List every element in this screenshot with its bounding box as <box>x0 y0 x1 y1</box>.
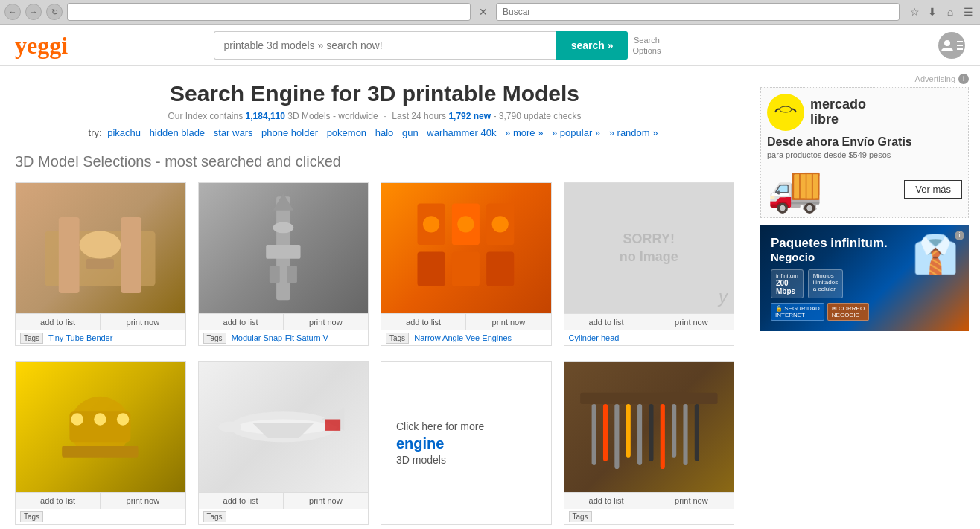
model-actions-5: add to list print now <box>16 492 185 509</box>
ad-info-icon[interactable]: i <box>958 74 969 84</box>
svg-rect-13 <box>287 266 297 283</box>
svg-rect-43 <box>661 404 665 469</box>
model-name-3[interactable]: Narrow Angle Vee Engines <box>414 333 512 342</box>
model-tag-6[interactable]: Tags <box>203 511 226 522</box>
try-link-gun[interactable]: gun <box>402 127 419 138</box>
try-link-star-wars[interactable]: star wars <box>214 127 253 138</box>
infinitum-content: Paquetes infinitum. Negocio infinitum 20… <box>771 236 958 321</box>
model-image-4: SORRY!no Image y <box>564 183 734 313</box>
model-actions-2: add to list print now <box>199 313 369 330</box>
no-image-text: SORRY!no Image <box>620 231 678 266</box>
infinitum-badges: 🔒 SEGURIDADINTERNET ✉ CORREONEGOCIO <box>771 303 888 321</box>
model-actions-8: add to list print now <box>564 492 734 509</box>
home-icon[interactable]: ⌂ <box>943 4 958 19</box>
print-now-btn-8[interactable]: print now <box>649 493 734 509</box>
main-search-input[interactable] <box>214 31 556 60</box>
print-now-btn-5[interactable]: print now <box>101 493 185 509</box>
model-name-1[interactable]: Tiny Tube Bender <box>48 333 112 342</box>
model-actions-3: add to list print now <box>381 313 551 330</box>
package-1: infinitum 200Mbps <box>771 269 804 298</box>
svg-rect-29 <box>63 446 139 457</box>
try-link-halo[interactable]: halo <box>375 127 394 138</box>
try-link-phone-holder[interactable]: phone holder <box>261 127 318 138</box>
advertising-text: Advertising <box>915 74 955 83</box>
try-link-pokemon[interactable]: pokemon <box>327 127 366 138</box>
sidebar: Advertising i mercadolibre Desde ahora E… <box>749 66 980 529</box>
model-card-5: add to list print now Tags <box>15 361 186 525</box>
model-tag-8[interactable]: Tags <box>569 511 592 522</box>
popular-link[interactable]: » popular » <box>552 127 600 138</box>
back-button[interactable]: ← <box>4 4 21 20</box>
model-image-5 <box>16 362 185 492</box>
model-grid-row2: add to list print now Tags <box>15 361 734 525</box>
svg-rect-39 <box>614 404 619 469</box>
refresh-button[interactable]: ↻ <box>46 4 63 20</box>
model-actions-6: add to list print now <box>199 492 369 509</box>
print-now-btn-3[interactable]: print now <box>466 314 550 330</box>
forward-button[interactable]: → <box>25 4 42 20</box>
svg-rect-44 <box>672 404 676 458</box>
mercado-logo-row: mercadolibre <box>767 94 962 131</box>
mercado-logo-text: mercadolibre <box>810 97 866 127</box>
hero-section: Search Engine for 3D printable Models Ou… <box>15 81 734 138</box>
model-name-2[interactable]: Modular Snap-Fit Saturn V <box>232 333 328 342</box>
add-to-list-btn-2[interactable]: add to list <box>199 314 284 330</box>
add-to-list-btn-1[interactable]: add to list <box>16 314 101 330</box>
infinitum-info-icon[interactable]: i <box>955 228 964 240</box>
browser-search-input[interactable] <box>503 7 893 17</box>
svg-rect-41 <box>637 404 642 465</box>
main-wrapper: Search Engine for 3D printable Models Ou… <box>0 66 980 529</box>
print-now-btn-1[interactable]: print now <box>101 314 185 330</box>
search-button[interactable]: search » <box>556 31 629 60</box>
more-link[interactable]: » more » <box>505 127 543 138</box>
model-tag-2[interactable]: Tags <box>203 333 226 344</box>
add-to-list-btn-3[interactable]: add to list <box>381 314 466 330</box>
close-tab-icon[interactable]: ✕ <box>475 4 491 20</box>
try-link-hidden-blade[interactable]: hidden blade <box>150 127 205 138</box>
svg-rect-40 <box>626 404 631 458</box>
svg-rect-34 <box>325 419 340 430</box>
try-link-pikachu[interactable]: pikachu <box>107 127 141 138</box>
model-meta-5: Tags <box>16 509 185 524</box>
infinitum-subtitle: Negocio <box>771 251 888 263</box>
svg-rect-20 <box>487 251 515 286</box>
svg-point-22 <box>458 216 474 232</box>
package-2: Minutosilimitadosa celular <box>808 269 843 298</box>
svg-point-35 <box>218 421 241 432</box>
svg-rect-37 <box>591 404 596 465</box>
ver-mas-button[interactable]: Ver más <box>904 180 962 199</box>
engine-link[interactable]: engine <box>396 435 444 452</box>
print-now-btn-6[interactable]: print now <box>284 493 368 509</box>
address-bar[interactable]: www.yeggi.com <box>67 3 471 21</box>
model-card-3: add to list print now Tags Narrow Angle … <box>381 182 552 346</box>
random-link[interactable]: » random » <box>609 127 658 138</box>
menu-icon[interactable]: ☰ <box>961 4 976 19</box>
infinitum-text-block: Paquetes infinitum. Negocio infinitum 20… <box>771 236 888 321</box>
model-name-4[interactable]: Cylinder head <box>569 333 620 342</box>
model-tag-3[interactable]: Tags <box>386 333 409 344</box>
infinitum-ad[interactable]: Paquetes infinitum. Negocio infinitum 20… <box>760 225 969 331</box>
site-logo[interactable]: yeggi <box>15 32 68 60</box>
address-input[interactable]: www.yeggi.com <box>74 7 464 17</box>
print-now-btn-4[interactable]: print now <box>649 314 734 330</box>
add-to-list-btn-4[interactable]: add to list <box>564 314 649 330</box>
user-icon[interactable] <box>938 32 965 59</box>
search-options[interactable]: Search Options <box>628 35 661 57</box>
history-icon[interactable]: ⬇ <box>925 4 940 19</box>
add-to-list-btn-8[interactable]: add to list <box>564 493 649 509</box>
model-image-2 <box>199 183 369 313</box>
bookmark-icon[interactable]: ☆ <box>907 4 922 19</box>
add-to-list-btn-6[interactable]: add to list <box>199 493 284 509</box>
try-label: try: <box>89 127 102 138</box>
svg-rect-8 <box>86 258 114 269</box>
svg-point-27 <box>95 413 106 425</box>
svg-point-0 <box>944 40 950 46</box>
mercado-title: Desde ahora Envío Gratis <box>767 135 962 149</box>
svg-point-28 <box>117 413 129 425</box>
try-link-warhammer[interactable]: warhammer 40k <box>427 127 496 138</box>
print-now-btn-2[interactable]: print now <box>284 314 368 330</box>
model-tag-1[interactable]: Tags <box>20 333 43 344</box>
add-to-list-btn-5[interactable]: add to list <box>16 493 101 509</box>
infinitum-person-icon: 👔 <box>912 236 958 273</box>
model-tag-5[interactable]: Tags <box>20 511 43 522</box>
